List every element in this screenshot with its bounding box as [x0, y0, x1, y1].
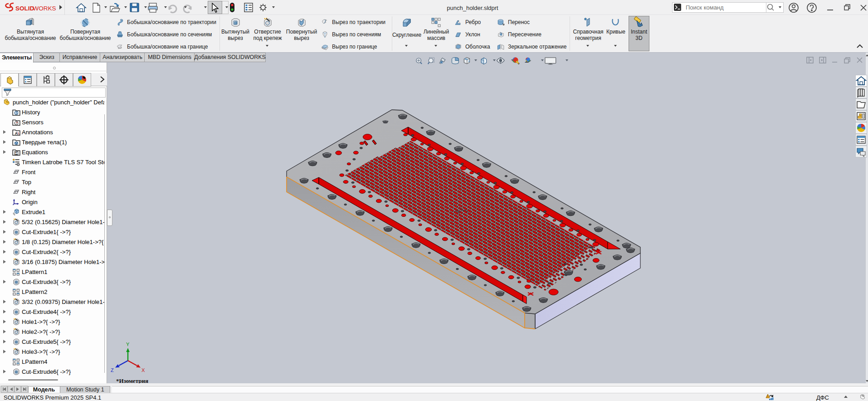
svg-text:Σ: Σ [15, 152, 18, 156]
svg-text:A: A [15, 131, 18, 136]
svg-text:X: X [141, 367, 145, 373]
svg-text:Y: Y [126, 342, 130, 347]
svg-text:Z: Z [111, 367, 114, 373]
